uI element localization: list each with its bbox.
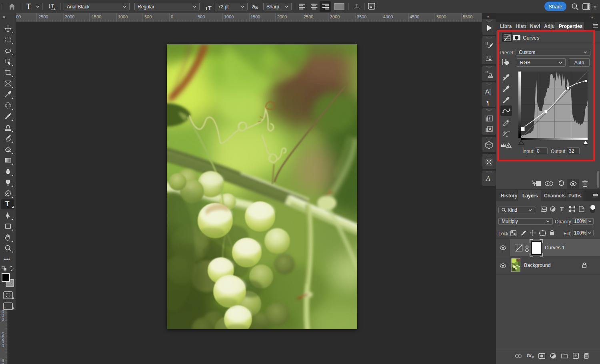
svg-text:A: A — [489, 127, 492, 131]
svg-text:T: T — [51, 3, 54, 9]
svg-text:¶: ¶ — [489, 117, 491, 121]
